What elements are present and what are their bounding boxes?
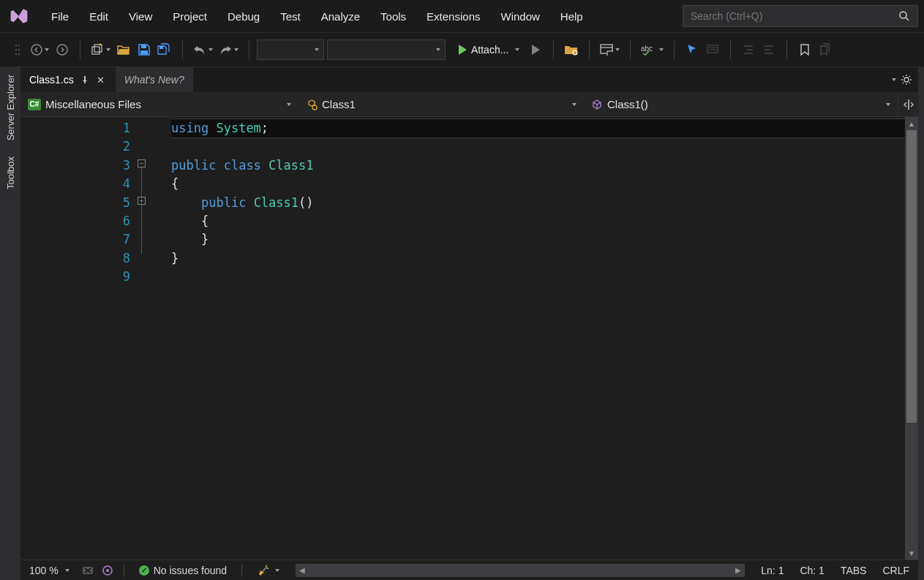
new-project-button[interactable]	[88, 39, 113, 60]
member-dropdown[interactable]: Class1()	[584, 92, 898, 116]
redo-button[interactable]	[216, 39, 241, 60]
scroll-up-icon[interactable]: ▲	[905, 117, 918, 130]
server-explorer-tab[interactable]: Server Explorer	[2, 67, 19, 148]
menu-items: File Edit View Project Debug Test Analyz…	[41, 6, 593, 27]
open-file-button[interactable]	[113, 39, 134, 60]
svg-rect-18	[607, 51, 613, 56]
menu-window[interactable]: Window	[490, 6, 549, 27]
menu-bar: File Edit View Project Debug Test Analyz…	[0, 0, 924, 32]
menu-debug[interactable]: Debug	[217, 6, 270, 27]
svg-rect-20	[707, 45, 718, 53]
pin-icon[interactable]	[80, 75, 90, 85]
scope-label: Miscellaneous Files	[45, 98, 141, 110]
bookmark-button[interactable]	[795, 39, 815, 60]
tab-overflow-icon[interactable]	[892, 78, 896, 81]
vertical-scrollbar[interactable]: ▲ ▼	[905, 117, 918, 560]
indent-button[interactable]	[738, 39, 759, 60]
fold-toggle-icon[interactable]: −	[138, 159, 146, 167]
member-label: Class1()	[607, 98, 648, 110]
scroll-thumb[interactable]	[906, 130, 917, 423]
svg-point-7	[18, 53, 20, 55]
svg-point-38	[267, 568, 268, 569]
attach-debugger-button[interactable]: Attach...	[453, 39, 525, 60]
horizontal-scrollbar[interactable]: ◀ ▶	[296, 564, 745, 577]
svg-rect-10	[92, 47, 99, 54]
undo-button[interactable]	[190, 39, 216, 60]
save-all-button[interactable]	[154, 39, 175, 60]
svg-line-1	[906, 18, 909, 20]
outdent-button[interactable]	[759, 39, 779, 60]
class-label: Class1	[322, 98, 356, 110]
issues-status[interactable]: ✓ No issues found	[135, 565, 231, 576]
search-box[interactable]	[683, 5, 918, 27]
menu-test[interactable]: Test	[270, 6, 311, 27]
fold-toggle-icon[interactable]: −	[138, 197, 146, 205]
tab-class1[interactable]: Class1.cs ✕	[20, 67, 116, 92]
error-lens-icon[interactable]	[81, 565, 94, 576]
svg-point-8	[31, 45, 42, 55]
visual-studio-logo-icon	[9, 6, 29, 26]
find-in-files-button[interactable]	[561, 39, 582, 60]
cursor-line[interactable]: Ln: 1	[756, 565, 788, 576]
code-content[interactable]: using System; public class Class1{ publi…	[171, 117, 905, 560]
menu-project[interactable]: Project	[162, 6, 217, 27]
bookmark-all-button[interactable]	[815, 39, 835, 60]
tab-whats-new[interactable]: What's New?	[116, 67, 194, 92]
menu-analyze[interactable]: Analyze	[311, 6, 370, 27]
class-icon	[306, 99, 318, 110]
nav-forward-button[interactable]	[52, 39, 72, 60]
svg-point-29	[904, 78, 909, 82]
intellicode-icon[interactable]	[102, 565, 113, 576]
svg-point-30	[312, 105, 317, 110]
scope-dropdown[interactable]: C# Miscellaneous Files	[20, 92, 298, 116]
menu-view[interactable]: View	[119, 6, 162, 27]
solution-config-dropdown[interactable]	[257, 39, 324, 60]
svg-point-6	[15, 53, 17, 55]
menu-extensions[interactable]: Extensions	[416, 6, 490, 27]
csharp-icon: C#	[28, 99, 41, 110]
svg-point-36	[106, 569, 109, 572]
fold-gutter: − −	[138, 117, 171, 560]
svg-text:abc: abc	[641, 45, 653, 53]
menu-file[interactable]: File	[41, 6, 79, 27]
brush-button[interactable]	[252, 565, 284, 576]
window-layout-button[interactable]	[597, 39, 623, 60]
code-editor[interactable]: 123456789 − − using System; public class…	[20, 117, 918, 560]
method-icon	[591, 99, 603, 110]
tab-title: Class1.cs	[29, 74, 74, 86]
scroll-right-icon[interactable]: ▶	[732, 566, 745, 574]
save-button[interactable]	[134, 39, 154, 60]
close-icon[interactable]: ✕	[96, 75, 106, 85]
check-icon: ✓	[139, 565, 149, 576]
toolbox-tab[interactable]: Toolbox	[2, 149, 19, 197]
svg-rect-12	[141, 45, 146, 48]
menu-tools[interactable]: Tools	[370, 6, 416, 27]
zoom-level[interactable]: 100 %	[25, 565, 74, 576]
svg-point-9	[57, 45, 67, 55]
svg-point-37	[266, 565, 267, 567]
indent-mode[interactable]: TABS	[836, 565, 871, 576]
settings-gear-icon[interactable]	[901, 74, 912, 86]
cursor-select-icon[interactable]	[682, 39, 702, 60]
nav-back-button[interactable]	[28, 39, 52, 60]
class-dropdown[interactable]: Class1	[298, 92, 584, 116]
right-dock-gutter	[918, 67, 924, 580]
svg-rect-14	[159, 46, 163, 49]
start-without-debug-button[interactable]	[525, 39, 546, 60]
split-editor-button[interactable]	[898, 92, 918, 116]
cursor-col[interactable]: Ch: 1	[795, 565, 828, 576]
drag-handle-icon[interactable]	[7, 39, 28, 60]
editor-status-bar: 100 % ✓ No issues found ◀ ▶ Ln: 1 Ch: 1 …	[20, 560, 918, 580]
editor-area: Class1.cs ✕ What's New? C# Miscellaneous…	[20, 67, 918, 580]
spell-check-button[interactable]: abc	[638, 39, 666, 60]
scroll-left-icon[interactable]: ◀	[296, 566, 309, 574]
search-input[interactable]	[691, 10, 898, 22]
solution-platform-dropdown[interactable]	[327, 39, 446, 60]
menu-help[interactable]: Help	[550, 6, 593, 27]
menu-edit[interactable]: Edit	[79, 6, 119, 27]
svg-point-0	[900, 12, 906, 18]
comment-button[interactable]	[702, 39, 723, 60]
scroll-down-icon[interactable]: ▼	[905, 546, 918, 560]
play-icon	[459, 45, 467, 55]
line-ending[interactable]: CRLF	[878, 565, 914, 576]
